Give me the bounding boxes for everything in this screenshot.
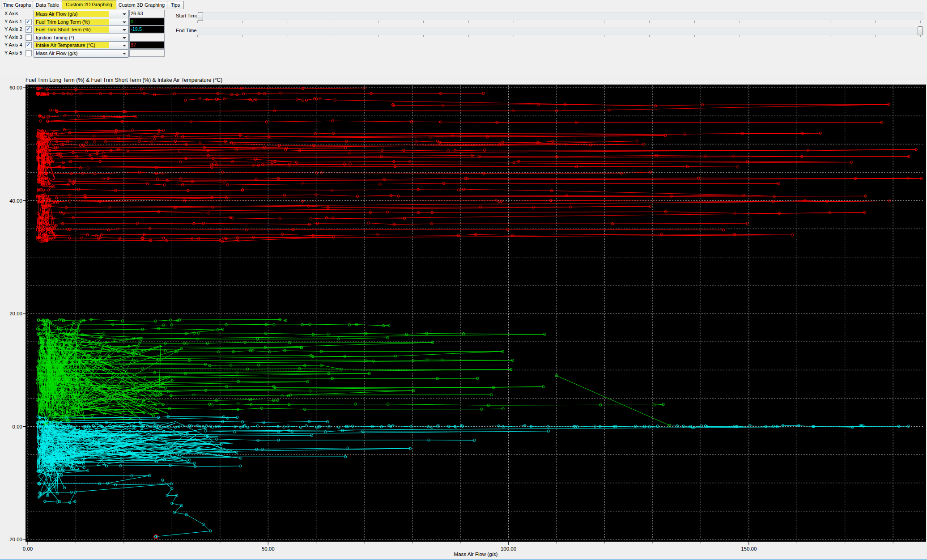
y-axis-2-checkbox[interactable] bbox=[26, 26, 32, 33]
end-time-slider[interactable] bbox=[197, 27, 923, 34]
svg-text:60.00: 60.00 bbox=[9, 85, 22, 90]
tab-time-graphs[interactable]: Time Graphs bbox=[1, 1, 33, 9]
y-axis-5-checkbox[interactable] bbox=[26, 50, 32, 56]
svg-text:40.00: 40.00 bbox=[9, 198, 22, 204]
tab-custom-2d-graphing[interactable]: Custom 2D Graphing bbox=[62, 0, 116, 9]
x-axis-label: X Axis bbox=[4, 10, 18, 17]
y-axis-1-label: Y Axis 1 bbox=[4, 18, 22, 25]
y-axis-4-dropdown-value: Intake Air Temperature (°C) bbox=[34, 42, 109, 48]
svg-text:100.00: 100.00 bbox=[501, 546, 516, 552]
app-window: Time Graphs Data Table Custom 2D Graphin… bbox=[0, 0, 927, 560]
y-axis-5-label: Y Axis 5 bbox=[4, 49, 22, 57]
tab-custom-3d-graphing[interactable]: Custom 3D Graphing bbox=[116, 1, 167, 9]
y-axis-5-dropdown-value: Mass Air Flow (g/s) bbox=[34, 50, 79, 56]
controls-panel: X Axis Mass Air Flow (g/s) 26.63 Y Axis … bbox=[0, 9, 927, 76]
tab-bar: Time Graphs Data Table Custom 2D Graphin… bbox=[0, 0, 927, 9]
chevron-down-icon bbox=[123, 13, 126, 15]
chevron-down-icon bbox=[123, 21, 126, 23]
chevron-down-icon bbox=[123, 29, 126, 31]
y-axis-4-label: Y Axis 4 bbox=[4, 41, 22, 49]
end-time-slider-ticks bbox=[197, 35, 922, 37]
y-axis-3-label: Y Axis 3 bbox=[4, 34, 22, 41]
x-axis-title: Mass Air Flow (g/s) bbox=[26, 552, 926, 557]
svg-text:50.00: 50.00 bbox=[262, 546, 275, 552]
end-time-slider-thumb[interactable] bbox=[918, 26, 923, 35]
tab-tips[interactable]: Tips bbox=[167, 1, 184, 9]
y-axis-4-checkbox[interactable] bbox=[26, 42, 32, 48]
y-axis-4-value-readout: 37 bbox=[129, 41, 165, 49]
x-axis-dropdown[interactable]: Mass Air Flow (g/s) bbox=[34, 10, 129, 18]
start-time-label: Start Time bbox=[176, 12, 198, 20]
y-axis-2-dropdown-value: Fuel Trim Short Term (%) bbox=[34, 26, 109, 33]
y-axis-1-dropdown-value: Fuel Trim Long Term (%) bbox=[34, 19, 109, 25]
chart-panel: Fuel Trim Long Term (%) & Fuel Trim Shor… bbox=[0, 76, 927, 560]
tab-data-table[interactable]: Data Table bbox=[33, 1, 62, 9]
y-axis-3-value-readout bbox=[129, 34, 165, 41]
y-axis-2-dropdown[interactable]: Fuel Trim Short Term (%) bbox=[34, 25, 129, 34]
y-axis-3-dropdown-value: Ignition Timing (°) bbox=[34, 34, 76, 41]
svg-text:0.00: 0.00 bbox=[23, 546, 33, 552]
svg-text:150.00: 150.00 bbox=[741, 546, 757, 552]
chevron-down-icon bbox=[123, 53, 126, 55]
svg-text:0.00: 0.00 bbox=[13, 424, 22, 429]
y-axis-3-checkbox[interactable] bbox=[26, 34, 32, 41]
x-axis-dropdown-value: Mass Air Flow (g/s) bbox=[34, 11, 109, 17]
x-axis-value-readout: 26.63 bbox=[129, 10, 165, 17]
chevron-down-icon bbox=[123, 45, 126, 47]
y-axis-5-dropdown[interactable]: Mass Air Flow (g/s) bbox=[34, 49, 129, 58]
chevron-down-icon bbox=[123, 37, 126, 39]
chart-plot-area[interactable]: 60.0040.0020.000.00-20.000.0050.00100.00… bbox=[0, 76, 927, 560]
start-time-slider-thumb[interactable] bbox=[198, 12, 203, 21]
svg-text:20.00: 20.00 bbox=[9, 311, 22, 316]
y-axis-1-checkbox[interactable] bbox=[26, 19, 32, 25]
start-time-slider[interactable] bbox=[197, 13, 923, 20]
start-time-slider-ticks bbox=[197, 21, 922, 23]
y-axis-2-value-readout: -19.5 bbox=[129, 25, 165, 33]
y-axis-5-value-readout bbox=[129, 49, 165, 57]
y-axis-1-value-readout: 0 bbox=[129, 18, 165, 25]
end-time-label: End Time bbox=[176, 27, 196, 34]
y-axis-2-label: Y Axis 2 bbox=[4, 25, 22, 33]
svg-text:-20.00: -20.00 bbox=[8, 537, 22, 542]
y-axis-4-dropdown[interactable]: Intake Air Temperature (°C) bbox=[34, 41, 129, 50]
